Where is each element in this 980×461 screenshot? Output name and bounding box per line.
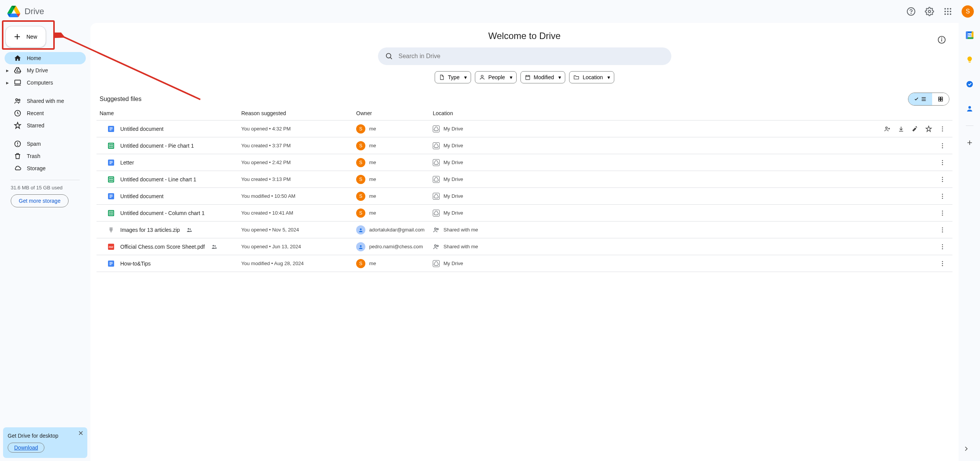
sidebar-label: Shared with me <box>27 98 64 104</box>
add-app-icon[interactable] <box>962 135 977 150</box>
sidebar-item-recent[interactable]: Recent <box>5 107 86 119</box>
collapse-panel-icon[interactable] <box>959 441 974 456</box>
settings-icon[interactable] <box>922 4 937 19</box>
file-reason: You created • 10:41 AM <box>241 210 356 216</box>
svg-point-32 <box>886 127 888 129</box>
account-avatar[interactable]: S <box>962 5 974 18</box>
app-header: Drive S <box>0 0 980 23</box>
chip-people[interactable]: People ▾ <box>475 71 517 83</box>
file-owner: me <box>369 261 376 266</box>
file-row[interactable]: Untitled document - Pie chart 1You creat… <box>97 137 952 154</box>
column-location[interactable]: Location <box>433 110 880 116</box>
more-icon[interactable] <box>936 173 949 186</box>
svg-point-41 <box>942 145 943 146</box>
file-name: Letter <box>120 160 134 166</box>
shared-location-icon <box>433 226 440 233</box>
file-row[interactable]: PDFOfficial Chess.com Score Sheet.pdfYou… <box>97 238 952 255</box>
more-icon[interactable] <box>936 257 949 270</box>
sidebar-item-computers[interactable]: ▸ Computers <box>5 77 86 89</box>
file-location: My Drive <box>443 176 463 182</box>
svg-point-72 <box>190 228 191 230</box>
svg-rect-30 <box>110 129 113 129</box>
column-owner[interactable]: Owner <box>356 110 433 116</box>
drive-logo-area[interactable]: Drive <box>6 4 44 19</box>
edit-icon[interactable] <box>908 122 922 136</box>
more-icon[interactable] <box>936 223 949 237</box>
person-icon <box>479 74 485 80</box>
download-icon[interactable] <box>894 122 908 136</box>
svg-point-85 <box>437 245 438 246</box>
owner-avatar: S <box>356 175 365 184</box>
sidebar-item-home[interactable]: Home <box>5 52 86 64</box>
file-location: My Drive <box>443 126 463 132</box>
tasks-app-icon[interactable] <box>962 77 977 92</box>
drive-location-icon <box>433 260 440 267</box>
sidebar-item-spam[interactable]: Spam <box>5 138 86 150</box>
file-location: My Drive <box>443 160 463 165</box>
file-row[interactable]: Images for 13 articles.zipYou opened • N… <box>97 222 952 238</box>
more-icon[interactable] <box>936 206 949 220</box>
spam-icon <box>14 140 21 148</box>
file-name: Images for 13 articles.zip <box>120 227 180 233</box>
sidebar-label: Spam <box>27 141 41 147</box>
more-icon[interactable] <box>936 139 949 153</box>
search-box[interactable] <box>378 47 671 65</box>
more-icon[interactable] <box>936 240 949 254</box>
download-button[interactable]: Download <box>8 443 44 453</box>
close-icon[interactable] <box>77 430 84 437</box>
file-location: My Drive <box>443 143 463 148</box>
svg-rect-23 <box>525 75 530 80</box>
grid-icon <box>937 96 944 102</box>
file-row[interactable]: Untitled documentYou opened • 4:32 PMSme… <box>97 121 952 137</box>
owner-avatar <box>356 225 365 235</box>
check-icon <box>914 96 919 102</box>
file-row[interactable]: Untitled document - Line chart 1You crea… <box>97 171 952 188</box>
list-view-button[interactable] <box>908 93 932 105</box>
svg-point-10 <box>947 13 949 15</box>
file-owner: me <box>369 210 376 216</box>
chip-type[interactable]: Type ▾ <box>435 71 471 83</box>
keep-app-icon[interactable] <box>962 52 977 67</box>
chevron-down-icon: ▾ <box>464 74 467 80</box>
sidebar-item-trash[interactable]: Trash <box>5 150 86 162</box>
sidebar-item-mydrive[interactable]: ▸ My Drive <box>5 64 86 77</box>
chip-modified[interactable]: Modified ▾ <box>520 71 566 83</box>
more-icon[interactable] <box>936 156 949 169</box>
column-name[interactable]: Name <box>100 110 241 116</box>
chevron-right-icon[interactable]: ▸ <box>6 67 12 73</box>
svg-point-54 <box>942 177 943 178</box>
more-icon[interactable] <box>936 122 949 136</box>
new-button[interactable]: New <box>5 26 46 47</box>
calendar-app-icon[interactable]: 31 <box>962 28 977 43</box>
star-icon[interactable] <box>922 122 936 136</box>
shared-icon <box>14 97 21 105</box>
sidebar-item-starred[interactable]: Starred <box>5 119 86 132</box>
chip-location[interactable]: Location ▾ <box>569 71 614 83</box>
list-icon <box>921 96 927 102</box>
sidebar-label: Trash <box>27 153 40 159</box>
more-icon[interactable] <box>936 189 949 203</box>
grid-view-button[interactable] <box>932 93 949 105</box>
share-icon[interactable] <box>880 122 894 136</box>
info-icon[interactable] <box>934 32 949 47</box>
search-input[interactable] <box>399 53 664 60</box>
get-storage-button[interactable]: Get more storage <box>11 194 69 207</box>
apps-grid-icon[interactable] <box>940 4 955 19</box>
svg-point-81 <box>213 245 214 246</box>
svg-point-56 <box>942 181 943 182</box>
file-row[interactable]: Untitled documentYou modified • 10:50 AM… <box>97 188 952 205</box>
file-row[interactable]: Untitled document - Column chart 1You cr… <box>97 205 952 222</box>
file-row[interactable]: LetterYou opened • 2:42 PMSmeMy Drive <box>97 154 952 171</box>
contacts-app-icon[interactable] <box>962 101 977 116</box>
calendar-icon <box>525 74 531 80</box>
svg-rect-91 <box>110 263 113 264</box>
file-location: My Drive <box>443 193 463 199</box>
chevron-right-icon[interactable]: ▸ <box>6 80 12 86</box>
sidebar-item-shared[interactable]: Shared with me <box>5 95 86 107</box>
svg-text:31: 31 <box>967 33 971 37</box>
sidebar-item-storage[interactable]: Storage <box>5 162 86 174</box>
support-icon[interactable] <box>903 4 919 19</box>
view-toggle <box>908 93 949 106</box>
file-row[interactable]: How-to&TipsYou modified • Aug 28, 2024Sm… <box>97 255 952 272</box>
column-reason[interactable]: Reason suggested <box>241 110 356 116</box>
